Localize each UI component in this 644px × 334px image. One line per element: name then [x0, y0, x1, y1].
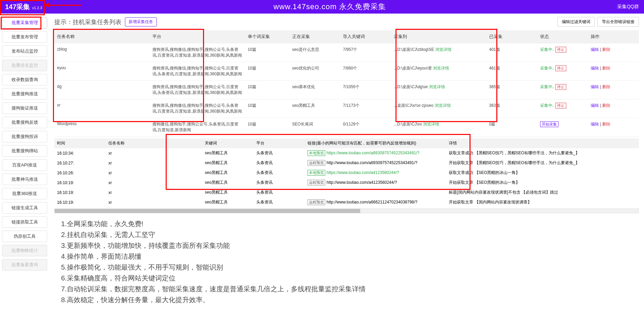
edit-filter-button[interactable]: 编辑过滤关键词 [557, 17, 595, 27]
sidebar-item-14[interactable]: 链接抓取工具 [2, 216, 47, 228]
cell-single: 10篇 [245, 118, 290, 137]
sidebar-item-6[interactable]: 搜狗验证推送 [2, 102, 47, 114]
th-collected: 已采集 [486, 30, 537, 43]
sidebar: 批量采集管理批量发布管理发布站点监控批量排名监控收录数据查询批量搜狗推送搜狗验证… [0, 14, 49, 309]
sidebar-item-11[interactable]: 批量神马推送 [2, 174, 47, 185]
cell-log-time: 16:10:26: [54, 168, 106, 178]
horizontal-scrollbar[interactable] [54, 209, 639, 213]
delete-link[interactable]: 删除 [602, 47, 610, 52]
cell-collect-to: ...D:\桌面\CJ\zblog\SE 浏览详情 [391, 43, 486, 62]
task-row: zblog搜狗资讯,搜狗微信,搜狗知乎,搜狗公众号,头条资讯,百度资讯,百度知道… [54, 43, 639, 62]
remote-preview-tag[interactable]: 远程预览 [308, 199, 325, 205]
browse-link[interactable]: 浏览详情 [433, 66, 449, 71]
annotation-arrow [48, 5, 81, 6]
edit-link[interactable]: 编辑 [591, 84, 599, 89]
log-row: 16:10:27:xrseo黑帽工具头条资讯远程预览http://www.tou… [54, 158, 639, 168]
task-row: dg搜狗资讯,搜狗微信,搜狗知乎,搜狗公众号,百度资讯,头条资讯,百度知道,新浪… [54, 81, 639, 99]
sidebar-item-1[interactable]: 批量发布管理 [2, 31, 47, 43]
cell-collect-to: ...D:\桌面\CJ\eyou\资 浏览详情 [391, 62, 486, 81]
cell-log-link [305, 188, 446, 197]
cell-collected: 365篇 [486, 81, 537, 99]
edit-link[interactable]: 编辑 [591, 103, 599, 108]
th-status: 状态 [537, 30, 588, 43]
cell-status: 开始采集 [537, 118, 588, 137]
local-preview-tag[interactable]: 本地预览 [308, 170, 325, 176]
edit-link[interactable]: 编辑 [591, 122, 599, 126]
cell-log-keyword: seo黑帽工具 [202, 158, 253, 168]
browse-link[interactable]: 浏览详情 [429, 84, 445, 89]
th-operation: 操作 [588, 30, 639, 43]
stop-button[interactable]: 停止 [555, 47, 566, 53]
task-row: xr搜狗资讯,搜狗微信,搜狗知乎,搜狗公众号,头条资讯,百度资讯,百度知道,新浪… [54, 99, 639, 118]
cell-task: eyou [54, 62, 150, 81]
cell-single: 10篇 [245, 62, 290, 81]
sidebar-item-10[interactable]: 百度API推送 [2, 159, 47, 171]
sidebar-item-8[interactable]: 批量搜狗投诉 [2, 131, 47, 142]
sidebar-item-7[interactable]: 批量搜狗反馈 [2, 117, 47, 128]
header: 147采集 v1.2.3 www.147seo.com 永久免费采集 采集QQ群 [0, 0, 644, 14]
remote-preview-tag[interactable]: 远程预览 [308, 160, 325, 166]
cell-collecting: seo黑帽工具 [290, 99, 341, 118]
feature-line: 8.高效稳定，快速分解任务量，最大化提升效率。 [61, 294, 639, 305]
log-link-url[interactable]: https://www.toutiao.com/a4123580244/? [327, 170, 399, 175]
cell-status: 采集中..停止 [537, 81, 588, 99]
delete-link[interactable]: 删除 [602, 66, 610, 71]
cell-log-time: 16:10:19: [54, 197, 106, 207]
cell-operation: 编辑 | 删除 [588, 99, 639, 118]
cell-import: 7/1173个 [340, 99, 391, 118]
local-preview-tag[interactable]: 本地预览 [308, 150, 325, 156]
cell-platform: 搜狗资讯,搜狗微信,搜狗知乎,搜狗公众号,百度资讯,头条资讯,百度知道,新浪新闻… [150, 81, 245, 99]
cell-log-platform: 头条资讯 [254, 188, 305, 197]
stop-button[interactable]: 停止 [555, 84, 566, 90]
sidebar-item-9[interactable]: 批量搜狗绑站 [2, 145, 47, 157]
log-link-url[interactable]: http://www.toutiao.com/a6930975745225343… [327, 160, 418, 165]
log-link-url[interactable]: https://www.toutiao.com/a693097574522534… [327, 151, 420, 155]
stop-button[interactable]: 停止 [555, 103, 566, 109]
qq-group-link[interactable]: 采集QQ群 [617, 4, 639, 10]
log-row: 16:10:19:xrseo黑帽工具头条资讯远程预览http://www.tou… [54, 197, 639, 207]
th-log-time: 时间 [54, 138, 106, 148]
stop-button[interactable]: 停止 [555, 65, 566, 71]
browse-link[interactable]: 浏览详情 [435, 47, 452, 52]
log-link-url[interactable]: http://www.toutiao.com/a4123580244/? [327, 180, 397, 185]
cell-log-detail: 开始获取文章 【国内网站内容篡改现状调查】 [446, 197, 639, 207]
sidebar-item-5[interactable]: 批量搜狗推送 [2, 88, 47, 100]
cell-log-time: 16:10:19: [54, 178, 106, 188]
browse-link[interactable]: 浏览详情 [435, 103, 451, 108]
th-log-link: 链接(最小的网站可能没有匹配，如需要可群内反馈增加规则) [305, 138, 446, 148]
sidebar-item-15[interactable]: 伪原创工具 [2, 231, 47, 242]
cell-import: 7/1055个 [340, 81, 391, 99]
remote-preview-tag[interactable]: 远程预览 [308, 180, 325, 185]
sidebar-item-13[interactable]: 链接生成工具 [2, 202, 47, 214]
th-single: 单个词采集 [245, 30, 290, 43]
delete-link[interactable]: 删除 [602, 122, 610, 126]
sidebar-item-4[interactable]: 收录数据查询 [2, 74, 47, 85]
cell-collected: 363篇 [486, 99, 537, 118]
cell-collect-to: ...D:\桌面\CJ\dg\se 浏览详情 [391, 81, 486, 99]
sidebar-item-16: 批量蜘蛛统计 [2, 245, 47, 256]
new-task-button[interactable]: 新增采集任务 [125, 17, 157, 26]
export-error-button[interactable]: 导出全部错误链接 [597, 17, 639, 27]
edit-link[interactable]: 编辑 [591, 47, 599, 52]
sidebar-item-2[interactable]: 发布站点监控 [2, 45, 47, 57]
cell-log-link: 远程预览http://www.toutiao.com/a666211247023… [305, 197, 446, 207]
sidebar-item-0[interactable]: 批量采集管理 [2, 17, 47, 28]
feature-line: 2.挂机自动采集，无需人工坚守 [61, 229, 639, 240]
log-link-url[interactable]: http://www.toutiao.com/a6662112470234038… [327, 200, 418, 204]
cell-log-time: 16:10:34: [54, 148, 106, 158]
cell-operation: 编辑 | 删除 [588, 118, 639, 137]
cell-log-task: xr [106, 158, 202, 168]
browse-link[interactable]: 浏览详情 [423, 122, 439, 126]
delete-link[interactable]: 删除 [602, 84, 610, 89]
features-list: 1.全网采集功能，永久免费!2.挂机自动采集，无需人工坚守3.更新频率快，功能增… [54, 218, 639, 305]
delete-link[interactable]: 删除 [602, 103, 610, 108]
cell-collected: 401篇 [486, 43, 537, 62]
sidebar-item-17: 批量备案查询 [2, 259, 47, 271]
sidebar-item-12[interactable]: 批量360推送 [2, 188, 47, 199]
feature-line: 4.操作简单，界面简洁易懂 [61, 251, 639, 262]
edit-link[interactable]: 编辑 [591, 66, 599, 71]
start-button[interactable]: 开始采集 [540, 121, 558, 127]
th-log-detail: 详情 [446, 138, 639, 148]
cell-log-platform: 头条资讯 [254, 158, 305, 168]
cell-status: 采集中..停止 [537, 99, 588, 118]
